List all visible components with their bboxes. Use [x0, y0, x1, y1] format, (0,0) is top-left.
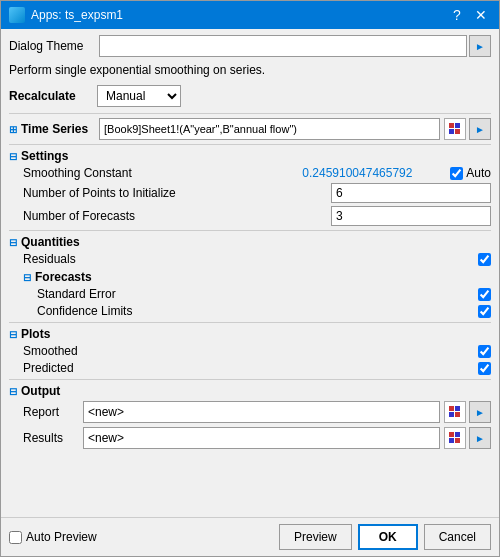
dialog-title: Apps: ts_expsm1: [31, 8, 123, 22]
svg-rect-8: [449, 432, 454, 437]
title-bar-left: Apps: ts_expsm1: [9, 7, 123, 23]
report-label: Report: [23, 405, 83, 419]
output-section: ⊟ Output Report ► Results: [9, 384, 491, 449]
ok-button[interactable]: OK: [358, 524, 418, 550]
report-buttons: ►: [442, 401, 491, 423]
settings-expand-icon: ⊟: [9, 151, 17, 162]
output-expand-icon: ⊟: [9, 386, 17, 397]
svg-rect-3: [455, 129, 460, 134]
time-series-buttons: ►: [442, 118, 491, 140]
preview-button[interactable]: Preview: [279, 524, 352, 550]
plots-section: ⊟ Plots Smoothed Predicted: [9, 327, 491, 375]
results-label: Results: [23, 431, 83, 445]
plots-header-text: Plots: [21, 327, 50, 341]
svg-rect-10: [449, 438, 454, 443]
time-series-expand-icon[interactable]: ⊞: [9, 124, 17, 135]
residuals-label: Residuals: [23, 252, 478, 266]
time-series-arrow-button[interactable]: ►: [469, 118, 491, 140]
dialog-window: Apps: ts_expsm1 ? ✕ Dialog Theme ► Perfo…: [0, 0, 500, 557]
time-series-input[interactable]: [99, 118, 440, 140]
output-header-text: Output: [21, 384, 60, 398]
forecasts-header[interactable]: ⊟ Forecasts: [9, 270, 491, 284]
svg-rect-1: [455, 123, 460, 128]
footer-left: Auto Preview: [9, 530, 97, 544]
recalculate-label: Recalculate: [9, 89, 89, 103]
app-icon: [9, 7, 25, 23]
quantities-header-text: Quantities: [21, 235, 80, 249]
svg-rect-7: [455, 412, 460, 417]
svg-rect-0: [449, 123, 454, 128]
recalculate-row: Recalculate Manual Automatic: [9, 85, 491, 107]
title-controls: ? ✕: [447, 5, 491, 25]
help-button[interactable]: ?: [447, 5, 467, 25]
svg-rect-11: [455, 438, 460, 443]
report-input[interactable]: [83, 401, 440, 423]
quantities-header[interactable]: ⊟ Quantities: [9, 235, 491, 249]
auto-preview-label: Auto Preview: [26, 530, 97, 544]
auto-checkbox-label: Auto: [450, 166, 491, 180]
predicted-label: Predicted: [23, 361, 478, 375]
smoothing-constant-value: 0.245910047465792: [302, 166, 442, 180]
report-arrow-button[interactable]: ►: [469, 401, 491, 423]
smoothing-constant-label: Smoothing Constant: [23, 166, 302, 180]
residuals-row: Residuals: [9, 252, 491, 266]
svg-rect-9: [455, 432, 460, 437]
report-row: Report ►: [9, 401, 491, 423]
settings-header-text: Settings: [21, 149, 68, 163]
num-forecasts-label: Number of Forecasts: [23, 209, 331, 223]
results-input[interactable]: [83, 427, 440, 449]
confidence-limits-label: Confidence Limits: [37, 304, 478, 318]
dialog-theme-input[interactable]: [99, 35, 467, 57]
dialog-theme-label: Dialog Theme: [9, 39, 99, 53]
predicted-row: Predicted: [9, 361, 491, 375]
svg-rect-2: [449, 129, 454, 134]
standard-error-row: Standard Error: [9, 287, 491, 301]
dialog-footer: Auto Preview Preview OK Cancel: [1, 517, 499, 556]
svg-rect-5: [455, 406, 460, 411]
num-forecasts-input[interactable]: [331, 206, 491, 226]
dialog-theme-arrow-button[interactable]: ►: [469, 35, 491, 57]
settings-section: ⊟ Settings Smoothing Constant 0.24591004…: [9, 149, 491, 226]
forecasts-expand-icon: ⊟: [23, 272, 31, 283]
auto-preview-checkbox[interactable]: [9, 531, 22, 544]
plots-expand-icon: ⊟: [9, 329, 17, 340]
cancel-button[interactable]: Cancel: [424, 524, 491, 550]
title-bar: Apps: ts_expsm1 ? ✕: [1, 1, 499, 29]
output-header[interactable]: ⊟ Output: [9, 384, 491, 398]
quantities-expand-icon: ⊟: [9, 237, 17, 248]
confidence-limits-checkbox[interactable]: [478, 305, 491, 318]
results-buttons: ►: [442, 427, 491, 449]
description-text: Perform single exponential smoothing on …: [9, 63, 491, 77]
quantities-section: ⊟ Quantities Residuals ⊟ Forecasts Stand…: [9, 235, 491, 318]
num-points-input[interactable]: [331, 183, 491, 203]
smoothing-constant-row: Smoothing Constant 0.245910047465792 Aut…: [9, 166, 491, 180]
time-series-select-button[interactable]: [444, 118, 466, 140]
results-arrow-button[interactable]: ►: [469, 427, 491, 449]
settings-header[interactable]: ⊟ Settings: [9, 149, 491, 163]
num-forecasts-row: Number of Forecasts: [9, 206, 491, 226]
time-series-label: ⊞ Time Series: [9, 122, 99, 136]
main-content: Dialog Theme ► Perform single exponentia…: [1, 29, 499, 517]
svg-rect-6: [449, 412, 454, 417]
standard-error-checkbox[interactable]: [478, 288, 491, 301]
predicted-checkbox[interactable]: [478, 362, 491, 375]
svg-rect-4: [449, 406, 454, 411]
time-series-row: ⊞ Time Series ►: [9, 118, 491, 140]
smoothed-label: Smoothed: [23, 344, 478, 358]
plots-header[interactable]: ⊟ Plots: [9, 327, 491, 341]
num-points-row: Number of Points to Initialize: [9, 183, 491, 203]
residuals-checkbox[interactable]: [478, 253, 491, 266]
auto-checkbox[interactable]: [450, 167, 463, 180]
report-select-button[interactable]: [444, 401, 466, 423]
close-button[interactable]: ✕: [471, 5, 491, 25]
auto-label: Auto: [466, 166, 491, 180]
num-points-label: Number of Points to Initialize: [23, 186, 331, 200]
dialog-theme-row: Dialog Theme ►: [9, 35, 491, 57]
results-row: Results ►: [9, 427, 491, 449]
smoothed-checkbox[interactable]: [478, 345, 491, 358]
smoothed-row: Smoothed: [9, 344, 491, 358]
recalculate-select[interactable]: Manual Automatic: [97, 85, 181, 107]
results-select-button[interactable]: [444, 427, 466, 449]
time-series-label-text: Time Series: [21, 122, 88, 136]
standard-error-label: Standard Error: [37, 287, 478, 301]
